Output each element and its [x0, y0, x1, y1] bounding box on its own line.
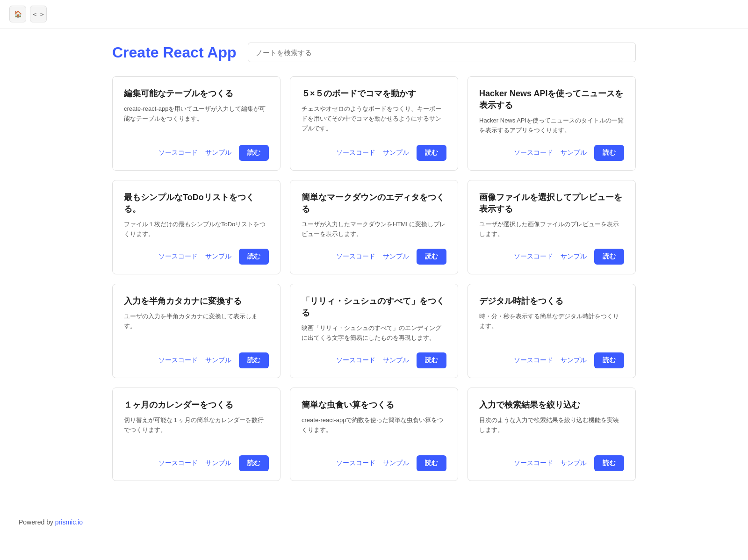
source-code-link[interactable]: ソースコード — [336, 356, 375, 365]
card-2: ５×５のボードでコマを動かす チェスやオセロのようなボードをつくり、キーボードを… — [290, 76, 458, 171]
card-title: デジタル時計をつくる — [479, 295, 624, 307]
sample-link[interactable]: サンプル — [561, 459, 587, 467]
read-button[interactable]: 読む — [417, 455, 446, 471]
card-actions: ソースコード サンプル 読む — [479, 352, 624, 368]
sample-link[interactable]: サンプル — [383, 252, 409, 261]
source-code-link[interactable]: ソースコード — [336, 459, 375, 467]
card-7: 入力を半角カタカナに変換する ユーザの入力を半角カタカナに変換して表示します。 … — [112, 284, 280, 378]
card-description: チェスやオセロのようなボードをつくり、キーボードを用いてその中でコマを動かせるよ… — [302, 104, 446, 136]
card-title: 「リリィ・シュシュのすべて」をつくる — [302, 295, 446, 319]
read-button[interactable]: 読む — [239, 249, 269, 265]
card-11: 簡単な虫食い算をつくる create-react-appで約数を使った簡単な虫食… — [290, 388, 458, 481]
card-description: 映画「リリィ・シュシュのすべて」のエンディングに出てくる文字を簡易にしたものを再… — [302, 323, 446, 343]
sample-link[interactable]: サンプル — [205, 356, 231, 365]
card-title: 入力で検索結果を絞り込む — [479, 399, 624, 411]
home-icon: 🏠 — [14, 10, 22, 18]
card-actions: ソースコード サンプル 読む — [124, 249, 269, 265]
card-4: 最もシンプルなToDoリストをつくる。 ファイル１枚だけの最もシンプルなToDo… — [112, 180, 280, 274]
source-code-link[interactable]: ソースコード — [158, 149, 198, 157]
read-button[interactable]: 読む — [594, 352, 624, 368]
source-code-link[interactable]: ソースコード — [158, 356, 198, 365]
main-content: Create React App 編集可能なテーブルをつくる create-re… — [94, 29, 654, 509]
top-bar: 🏠 < > — [0, 0, 748, 29]
source-code-link[interactable]: ソースコード — [336, 252, 375, 261]
sample-link[interactable]: サンプル — [205, 459, 231, 467]
read-button[interactable]: 読む — [417, 352, 446, 368]
card-actions: ソースコード サンプル 読む — [479, 145, 624, 161]
card-description: 時・分・秒を表示する簡単なデジタル時計をつくります。 — [479, 312, 624, 343]
search-input[interactable] — [248, 43, 636, 62]
card-actions: ソースコード サンプル 読む — [302, 145, 446, 161]
card-description: create-react-appで約数を使った簡単な虫食い算をつくります。 — [302, 416, 446, 446]
sample-link[interactable]: サンプル — [561, 252, 587, 261]
card-actions: ソースコード サンプル 読む — [479, 455, 624, 471]
home-button[interactable]: 🏠 — [9, 6, 26, 22]
card-actions: ソースコード サンプル 読む — [302, 249, 446, 265]
card-1: 編集可能なテーブルをつくる create-react-appを用いてユーザが入力… — [112, 76, 280, 171]
source-code-link[interactable]: ソースコード — [514, 149, 553, 157]
sample-link[interactable]: サンプル — [383, 459, 409, 467]
card-12: 入力で検索結果を絞り込む 目次のような入力で検索結果を絞り込む機能を実装します。… — [468, 388, 636, 481]
card-8: 「リリィ・シュシュのすべて」をつくる 映画「リリィ・シュシュのすべて」のエンディ… — [290, 284, 458, 378]
source-code-link[interactable]: ソースコード — [514, 459, 553, 467]
header-row: Create React App — [112, 43, 636, 62]
source-code-link[interactable]: ソースコード — [514, 252, 553, 261]
card-title: 画像ファイルを選択してプレビューを表示する — [479, 192, 624, 215]
card-actions: ソースコード サンプル 読む — [124, 352, 269, 368]
read-button[interactable]: 読む — [239, 145, 269, 161]
card-title: 簡単なマークダウンのエディタをつくる — [302, 192, 446, 215]
read-button[interactable]: 読む — [594, 249, 624, 265]
card-title: 簡単な虫食い算をつくる — [302, 399, 446, 411]
nav-icon: < > — [33, 11, 43, 18]
read-button[interactable]: 読む — [594, 455, 624, 471]
footer-link[interactable]: prismic.io — [55, 518, 83, 526]
card-title: 入力を半角カタカナに変換する — [124, 295, 269, 307]
card-title: １ヶ月のカレンダーをつくる — [124, 399, 269, 411]
sample-link[interactable]: サンプル — [205, 252, 231, 261]
source-code-link[interactable]: ソースコード — [158, 252, 198, 261]
card-description: ファイル１枚だけの最もシンプルなToDoリストをつくります。 — [124, 220, 269, 239]
card-3: Hacker News APIを使ってニュースを表示する Hacker News… — [468, 76, 636, 171]
card-description: 目次のような入力で検索結果を絞り込む機能を実装します。 — [479, 416, 624, 446]
source-code-link[interactable]: ソースコード — [336, 149, 375, 157]
sample-link[interactable]: サンプル — [561, 149, 587, 157]
card-description: 切り替えが可能な１ヶ月の簡単なカレンダーを数行でつくります。 — [124, 416, 269, 446]
card-title: 最もシンプルなToDoリストをつくる。 — [124, 192, 269, 215]
nav-button[interactable]: < > — [30, 6, 47, 22]
source-code-link[interactable]: ソースコード — [158, 459, 198, 467]
card-title: 編集可能なテーブルをつくる — [124, 88, 269, 100]
card-description: Hacker News APIを使ってニュースのタイトルの一覧を表示するアプリを… — [479, 116, 624, 136]
sample-link[interactable]: サンプル — [383, 149, 409, 157]
sample-link[interactable]: サンプル — [383, 356, 409, 365]
read-button[interactable]: 読む — [594, 145, 624, 161]
card-description: create-react-appを用いてユーザが入力して編集が可能なテーブルをつ… — [124, 104, 269, 136]
card-description: ユーザが入力したマークダウンをHTMLに変換しプレビューを表示します。 — [302, 220, 446, 239]
card-title: ５×５のボードでコマを動かす — [302, 88, 446, 100]
card-actions: ソースコード サンプル 読む — [302, 352, 446, 368]
card-description: ユーザの入力を半角カタカナに変換して表示します。 — [124, 312, 269, 343]
cards-grid: 編集可能なテーブルをつくる create-react-appを用いてユーザが入力… — [112, 76, 636, 481]
read-button[interactable]: 読む — [417, 249, 446, 265]
sample-link[interactable]: サンプル — [205, 149, 231, 157]
card-title: Hacker News APIを使ってニュースを表示する — [479, 88, 624, 111]
read-button[interactable]: 読む — [417, 145, 446, 161]
read-button[interactable]: 読む — [239, 455, 269, 471]
sample-link[interactable]: サンプル — [561, 356, 587, 365]
card-description: ユーザが選択した画像ファイルのプレビューを表示します。 — [479, 220, 624, 239]
card-actions: ソースコード サンプル 読む — [124, 455, 269, 471]
read-button[interactable]: 読む — [239, 352, 269, 368]
card-actions: ソースコード サンプル 読む — [124, 145, 269, 161]
source-code-link[interactable]: ソースコード — [514, 356, 553, 365]
card-10: １ヶ月のカレンダーをつくる 切り替えが可能な１ヶ月の簡単なカレンダーを数行でつく… — [112, 388, 280, 481]
app-title: Create React App — [112, 44, 237, 61]
card-9: デジタル時計をつくる 時・分・秒を表示する簡単なデジタル時計をつくります。 ソー… — [468, 284, 636, 378]
card-6: 画像ファイルを選択してプレビューを表示する ユーザが選択した画像ファイルのプレビ… — [468, 180, 636, 274]
footer: Powered by prismic.io — [0, 509, 748, 535]
card-5: 簡単なマークダウンのエディタをつくる ユーザが入力したマークダウンをHTMLに変… — [290, 180, 458, 274]
card-actions: ソースコード サンプル 読む — [479, 249, 624, 265]
footer-text: Powered by — [19, 518, 55, 526]
card-actions: ソースコード サンプル 読む — [302, 455, 446, 471]
